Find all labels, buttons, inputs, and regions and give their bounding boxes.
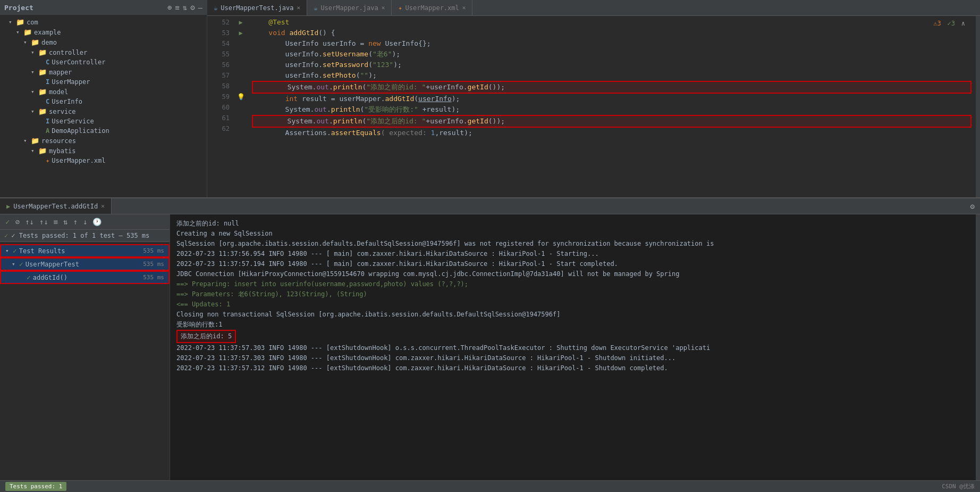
tree-label-UserController: UserController [52, 59, 105, 66]
out-61: out [316, 116, 328, 127]
sidebar-title: Project [4, 4, 33, 12]
punc-58b: ( [362, 82, 367, 93]
test-name-child: UserMapperTest [26, 261, 79, 268]
java-icon-us: I [46, 118, 49, 125]
test-item-child[interactable]: ▾ ✓ UserMapperTest 535 ms [0, 257, 170, 271]
fn-getId-61: getId [468, 116, 488, 127]
run-tab-close[interactable]: ✕ [101, 203, 105, 210]
tree-item-mybatis[interactable]: ▾ 📁 mybatis [0, 146, 207, 156]
tree-label-example: example [34, 29, 61, 36]
test-status-bar: ✓ ✓ Tests passed: 1 of 1 test – 535 ms [0, 230, 170, 242]
tree-item-DemoApplication[interactable]: ▸ A DemoApplication [0, 126, 207, 136]
code-54 [252, 38, 285, 49]
tree-label-model: model [49, 88, 68, 96]
status-right: CSDN @优涤 [942, 482, 975, 490]
tree-item-com[interactable]: ▾ 📁 com [0, 17, 207, 27]
tree-item-UserController[interactable]: ▸ C UserController [0, 57, 207, 67]
tab-UserMapper-xml[interactable]: ✦ UserMapper.xml ✕ [392, 0, 472, 15]
status-bar: Tests passed: 1 CSDN @优涤 [0, 480, 980, 492]
code-line-62: Assertions. assertEquals ( expected: 1 ,… [252, 128, 971, 138]
hide-icon[interactable]: — [198, 3, 202, 12]
arrow-resources: ▾ [23, 137, 31, 144]
linenum-54: 54 [207, 38, 230, 49]
tree-item-demo[interactable]: ▾ 📁 demo [0, 37, 207, 47]
run-icon-53[interactable]: ▶ [239, 29, 242, 37]
run-tab-label: UserMapperTest.addGtId [13, 203, 98, 210]
tab-close-3[interactable]: ✕ [462, 4, 466, 11]
console-output[interactable]: 添加之前的id: null Creating a new SqlSession … [170, 214, 976, 480]
tab-UserMapper-java[interactable]: ☕ UserMapper.java ✕ [307, 0, 392, 15]
settings-bottom-icon[interactable]: ⚙ [970, 202, 975, 211]
linenum-60: 60 [207, 102, 230, 113]
str-57: "" [360, 70, 369, 81]
test-name-root: Test Results [19, 247, 65, 255]
bottom-panel: ▶ UserMapperTest.addGtId ✕ ⚙ ✓ ⊘ ↑↓ ↑↓ ≡ [0, 197, 980, 480]
fn-assertEquals: assertEquals [331, 128, 381, 138]
arrow-root: ▾ [5, 247, 13, 254]
test-item-method[interactable]: ▾ ✓ addGtId() 535 ms [0, 271, 170, 284]
sort-asc-icon[interactable]: ↑↓ [24, 216, 35, 227]
fn-setUsername: setUsername [323, 49, 368, 60]
rerun-icon[interactable]: ✓ [4, 216, 11, 227]
bottom-tab-run[interactable]: ▶ UserMapperTest.addGtId ✕ [0, 198, 112, 214]
sort-desc-icon[interactable]: ↑↓ [38, 216, 49, 227]
code-line-57: userInfo. setPhoto ( "" ); [252, 70, 971, 81]
code-content[interactable]: ⚠3 ✓3 ∧ @Test void addGtId () { [248, 16, 976, 197]
tab-close-1[interactable]: ✕ [297, 4, 301, 11]
console-line-13: 2022-07-23 11:37:57.303 INFO 14980 --- [… [176, 343, 969, 353]
gutter-60 [234, 102, 248, 113]
cls-userinfo: UserInfo [285, 38, 319, 49]
console-line-4: 2022-07-23 11:37:56.954 INFO 14980 --- [… [176, 249, 969, 259]
tree-item-controller[interactable]: ▾ 📁 controller [0, 47, 207, 57]
settings-icon[interactable]: ⚙ [190, 3, 195, 12]
tree-item-UserService[interactable]: ▸ I UserService [0, 116, 207, 126]
annotation-test: @Test [252, 17, 289, 28]
fn-addGtId: addGtId [289, 28, 318, 38]
align-icon[interactable]: ≡ [53, 216, 59, 227]
arrow-umxml: ▸ [38, 157, 46, 164]
tree-item-UserInfo[interactable]: ▸ C UserInfo [0, 97, 207, 106]
str-60: "受影响的行数:" [364, 104, 418, 115]
expand-icon[interactable]: ⇅ [62, 216, 69, 227]
highlight-span: 添加之后的id: 5 [176, 330, 236, 343]
tree-item-UserMapper[interactable]: ▸ I UserMapper [0, 77, 207, 87]
console-line-9: <== Updates: 1 [176, 299, 969, 310]
collapse-icon[interactable]: ≡ [175, 3, 179, 12]
kw-int: int [285, 94, 302, 104]
str-56: "123" [373, 60, 393, 70]
prev-icon[interactable]: ↑ [72, 216, 78, 227]
tree-item-UserMapper-xml[interactable]: ▸ ✦ UserMapper.xml [0, 156, 207, 165]
scrollbar-console[interactable] [976, 214, 980, 480]
status-check: ✓ [4, 232, 8, 239]
param-userinfo: userInfo [418, 94, 452, 104]
tree-item-mapper[interactable]: ▾ 📁 mapper [0, 67, 207, 77]
bulb-icon-59[interactable]: 💡 [237, 93, 245, 101]
tree-item-model[interactable]: ▾ 📁 model [0, 87, 207, 97]
stop-icon[interactable]: ⊘ [14, 216, 20, 227]
console-line-highlight: 添加之后的id: 5 [176, 330, 969, 343]
scrollbar-editor[interactable] [976, 16, 980, 197]
next-icon[interactable]: ↓ [82, 216, 88, 227]
tab-UserMapperTest[interactable]: ☕ UserMapperTest.java ✕ [207, 0, 307, 15]
check-icon-method: ✓ [27, 273, 31, 281]
fn-setPhoto: setPhoto [323, 70, 356, 81]
punc-53: () { [318, 28, 335, 38]
tab-label-1: UserMapperTest.java [221, 4, 293, 12]
tree-label-com: com [27, 19, 38, 26]
tree-item-example[interactable]: ▾ 📁 example [0, 27, 207, 37]
code-area: 52 53 54 55 56 57 58 59 60 61 62 ▶ [207, 16, 980, 197]
test-item-root[interactable]: ▾ ✓ Test Results 535 ms [0, 244, 170, 257]
folder-model-icon: 📁 [38, 88, 47, 96]
locate-icon[interactable]: ⊕ [167, 3, 172, 12]
sidebar-header: Project ⊕ ≡ ⇅ ⚙ — [0, 0, 207, 15]
linenum-61: 61 [207, 113, 230, 123]
console-line-5: 2022-07-23 11:37:57.194 INFO 14980 --- [… [176, 259, 969, 269]
linenum-56: 56 [207, 60, 230, 70]
tab-close-2[interactable]: ✕ [382, 4, 385, 11]
tree-item-resources[interactable]: ▾ 📁 resources [0, 136, 207, 146]
fn-println-61: println [333, 116, 362, 127]
tree-item-service[interactable]: ▾ 📁 service [0, 106, 207, 116]
sort-icon[interactable]: ⇅ [183, 3, 187, 12]
history-icon[interactable]: 🕐 [91, 216, 103, 227]
run-icon-52[interactable]: ▶ [239, 19, 242, 26]
